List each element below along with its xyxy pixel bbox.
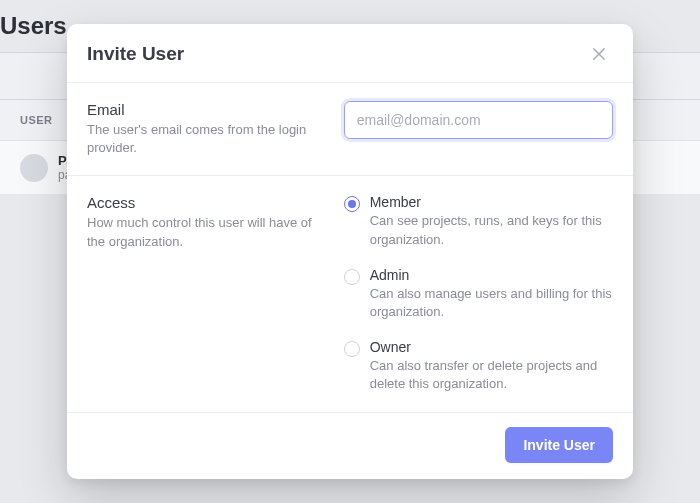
radio-title-owner: Owner: [370, 339, 613, 355]
radio-circle-icon: [344, 196, 360, 212]
email-label-desc: The user's email comes from the login pr…: [87, 121, 324, 157]
close-icon: [590, 45, 608, 63]
email-control-col: [344, 101, 613, 157]
email-field[interactable]: [344, 101, 613, 139]
access-label-col: Access How much control this user will h…: [87, 194, 324, 393]
modal-header: Invite User: [67, 24, 633, 83]
access-control-col: Member Can see projects, runs, and keys …: [344, 194, 613, 393]
email-label-col: Email The user's email comes from the lo…: [87, 101, 324, 157]
radio-text: Admin Can also manage users and billing …: [370, 267, 613, 321]
modal-body: Email The user's email comes from the lo…: [67, 83, 633, 413]
access-label-desc: How much control this user will have of …: [87, 214, 324, 250]
radio-option-admin[interactable]: Admin Can also manage users and billing …: [344, 267, 613, 321]
access-radio-group: Member Can see projects, runs, and keys …: [344, 194, 613, 393]
radio-circle-icon: [344, 341, 360, 357]
radio-desc-admin: Can also manage users and billing for th…: [370, 285, 613, 321]
radio-dot-icon: [348, 200, 356, 208]
radio-title-admin: Admin: [370, 267, 613, 283]
email-row: Email The user's email comes from the lo…: [67, 83, 633, 176]
modal-footer: Invite User: [67, 413, 633, 479]
radio-text: Member Can see projects, runs, and keys …: [370, 194, 613, 248]
modal-title: Invite User: [87, 43, 184, 65]
access-row: Access How much control this user will h…: [67, 176, 633, 412]
modal-overlay: Invite User Email The user's email comes…: [0, 0, 700, 503]
access-label-title: Access: [87, 194, 324, 211]
radio-desc-member: Can see projects, runs, and keys for thi…: [370, 212, 613, 248]
radio-option-member[interactable]: Member Can see projects, runs, and keys …: [344, 194, 613, 248]
radio-text: Owner Can also transfer or delete projec…: [370, 339, 613, 393]
radio-circle-icon: [344, 269, 360, 285]
radio-option-owner[interactable]: Owner Can also transfer or delete projec…: [344, 339, 613, 393]
close-button[interactable]: [585, 40, 613, 68]
invite-user-button[interactable]: Invite User: [505, 427, 613, 463]
radio-title-member: Member: [370, 194, 613, 210]
radio-desc-owner: Can also transfer or delete projects and…: [370, 357, 613, 393]
invite-user-modal: Invite User Email The user's email comes…: [67, 24, 633, 479]
email-label-title: Email: [87, 101, 324, 118]
